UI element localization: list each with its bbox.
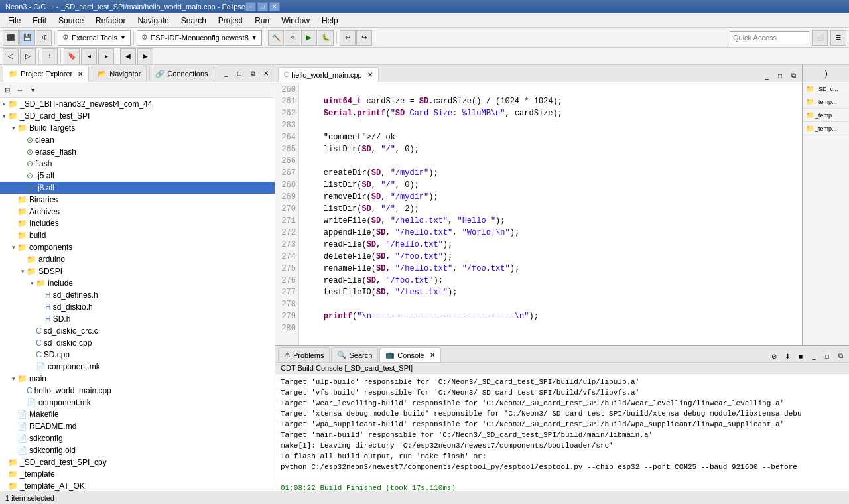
print-button[interactable]: 🖨 [36,30,52,46]
close-button[interactable]: ✕ [269,2,280,11]
tree-arrow-sdspi[interactable]: ▾ [19,268,27,275]
tree-item-include[interactable]: ▾📁include [0,277,275,289]
tree-arrow-components[interactable]: ▾ [9,244,17,251]
tree-item-makefile[interactable]: 📄Makefile [0,409,275,420]
tree-item-j5all[interactable]: ⊙-j5 all [0,170,275,182]
external-tools-dropdown[interactable]: ⚙ External Tools ▼ [58,30,131,46]
close-project-tab-icon[interactable]: ✕ [78,70,83,78]
tree-item-sd_diskio[interactable]: Hsd_diskio.h [0,301,275,313]
menu-refactor[interactable]: Refactor [90,14,131,27]
next-bookmark[interactable]: ▸ [98,48,114,64]
editor-minimize-button[interactable]: _ [761,70,773,82]
panel-menu-button[interactable]: ▾ [27,84,38,96]
build-button[interactable]: 🔨 [268,30,284,46]
next-edit[interactable]: ▶ [137,48,153,64]
quick-access-input[interactable] [730,31,809,44]
tree-item-j8all[interactable]: ⊙-j8.all [0,182,275,194]
tree-item-component_mk2[interactable]: 📄component.mk [0,397,275,409]
menu-help[interactable]: Help [316,14,344,27]
up-button[interactable]: ↑ [42,48,58,64]
menu-edit[interactable]: Edit [27,14,52,27]
tree-item-includes[interactable]: 📁Includes [0,218,275,229]
tree-arrow-sd_test[interactable]: ▾ [0,113,8,119]
tree-item-sd_cpp[interactable]: CSD.cpp [0,349,275,361]
close-console-icon[interactable]: ✕ [430,351,435,359]
tree-item-components[interactable]: ▾📁components [0,241,275,253]
maximize-panel-button[interactable]: □ [233,68,245,80]
tree-arrow-sd_1bit[interactable]: ▸ [0,101,8,107]
mini-item-3[interactable]: 📁 _temp... [803,109,849,122]
tree-item-readme[interactable]: 📄README.md [0,420,275,432]
tab-console[interactable]: 📺 Console ✕ [379,347,440,362]
mini-item-4[interactable]: 📁 _temp... [803,122,849,135]
menu-window[interactable]: Window [276,14,315,27]
tree-item-erase_flash[interactable]: ⊙erase_flash [0,146,275,158]
tab-search[interactable]: 🔍 Search [331,347,378,362]
tree-item-binaries[interactable]: 📁Binaries [0,194,275,206]
run-button[interactable]: ▶ [301,30,317,46]
redo-button[interactable]: ↪ [356,30,372,46]
collapse-all-button[interactable]: ⊟ [1,84,13,96]
tree-item-sdkconfig_old[interactable]: 📄sdkconfig.old [0,444,275,456]
bottom-maximize-button[interactable]: □ [821,350,833,362]
tree-item-template_at_ok[interactable]: 📁_template_AT_OK! [0,480,275,491]
menu-project[interactable]: Project [213,14,248,27]
minimize-button[interactable]: − [245,2,256,11]
mini-item-2[interactable]: 📁 _temp... [803,95,849,109]
menu-source[interactable]: Source [53,14,89,27]
prev-bookmark[interactable]: ◂ [81,48,97,64]
editor-maximize-button[interactable]: □ [774,70,786,82]
debug-button[interactable]: 🐛 [318,30,334,46]
tab-navigator[interactable]: 📂 Navigator [92,66,147,82]
code-editor[interactable]: uint64_t cardSize = SD.cardSize() / (102… [299,82,802,345]
tree-item-sd_diskio_crc[interactable]: Csd_diskio_crc.c [0,325,275,337]
menu-navigate[interactable]: Navigate [132,14,174,27]
restore-panel-button[interactable]: ⧉ [247,68,259,80]
tab-project-explorer[interactable]: 📁 Project Explorer ✕ [3,66,89,82]
tab-connections[interactable]: 🔗 Connections [149,66,214,82]
bottom-minimize-button[interactable]: _ [808,350,820,362]
console-stop-button[interactable]: ■ [795,350,807,362]
tree-item-build[interactable]: 📁build [0,229,275,241]
maximize-button[interactable]: □ [257,2,268,11]
tree-item-template[interactable]: 📁_template [0,468,275,480]
tree-item-sdspi[interactable]: ▾📁SDSPI [0,265,275,277]
tab-problems[interactable]: ⚠ Problems [278,347,330,362]
save-button[interactable]: 💾 [19,30,35,46]
tree-item-sd_test[interactable]: ▾📁_SD_card_test_SPI [0,110,275,122]
tree-item-sd_1bit[interactable]: ▸📁_SD_1BIT-nano32_newest4_com_44 [0,98,275,110]
console-clear-button[interactable]: ⊘ [768,350,780,362]
tree-item-archives[interactable]: 📁Archives [0,206,275,218]
mini-item-1[interactable]: 📁 _SD_c... [803,82,849,95]
minimize-panel-button[interactable]: _ [220,68,232,80]
esp-config-dropdown[interactable]: ⚙ ESP-IDF-Menuconfig newest8 ▼ [137,30,262,46]
tree-arrow-main[interactable]: ▾ [9,375,17,382]
tree-item-clean[interactable]: ⊙clean [0,134,275,146]
menu-run[interactable]: Run [249,14,275,27]
bookmark-button[interactable]: 🔖 [64,48,80,64]
tree-item-hello_world_main[interactable]: Chello_world_main.cpp [0,385,275,397]
tree-item-sdkconfig[interactable]: 📄sdkconfig [0,432,275,444]
tree-item-sd_defines[interactable]: Hsd_defines.h [0,289,275,301]
bottom-expand-button[interactable]: ⧉ [834,350,846,362]
menu-search[interactable]: Search [176,14,212,27]
editor-tab-hello-world[interactable]: C hello_world_main.cpp ✕ [278,67,379,82]
close-editor-tab-icon[interactable]: ✕ [367,71,373,78]
link-editor-button[interactable]: ↔ [14,84,26,96]
tree-arrow-build_targets[interactable]: ▾ [9,125,17,131]
tree-arrow-include[interactable]: ▾ [28,280,36,286]
prev-edit[interactable]: ◀ [120,48,136,64]
tree-item-sd_diskio_c[interactable]: Csd_diskio.cpp [0,337,275,349]
tree-item-arduino[interactable]: 📁arduino [0,253,275,265]
tree-item-component_mk[interactable]: 📄component.mk [0,361,275,373]
new-button[interactable]: ⬛ [3,30,19,46]
editor-expand-button[interactable]: ⧉ [787,70,799,82]
expand-icon[interactable]: ⟩ [824,68,828,79]
clean-button[interactable]: ✧ [285,30,300,46]
back-button[interactable]: ◁ [3,48,19,64]
forward-button[interactable]: ▷ [20,48,36,64]
tree-item-sd_h[interactable]: HSD.h [0,313,275,325]
perspectives-button[interactable]: ⬜ [812,30,828,46]
tree-item-build_targets[interactable]: ▾📁Build Targets [0,122,275,134]
undo-button[interactable]: ↩ [340,30,356,46]
